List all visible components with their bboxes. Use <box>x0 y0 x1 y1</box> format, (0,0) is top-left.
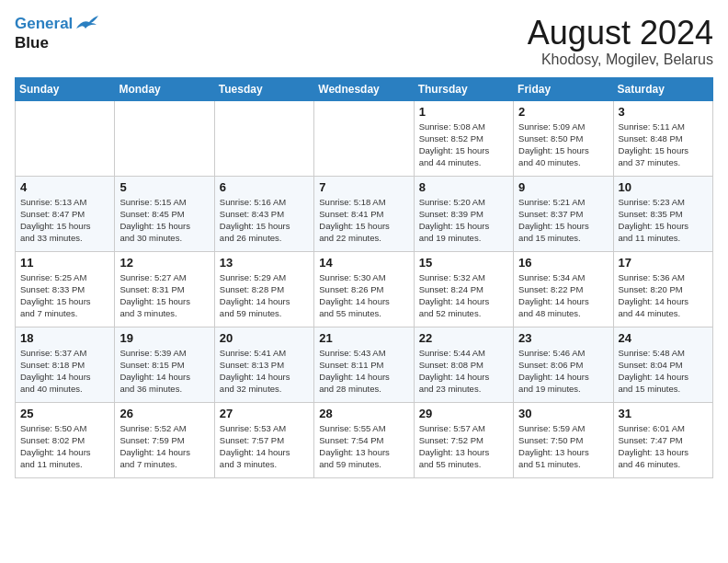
day-number: 8 <box>419 180 508 194</box>
day-number: 21 <box>319 331 408 345</box>
calendar-day-cell: 11Sunrise: 5:25 AMSunset: 8:33 PMDayligh… <box>16 251 115 327</box>
day-number: 3 <box>619 105 708 119</box>
calendar-day-cell: 12Sunrise: 5:27 AMSunset: 8:31 PMDayligh… <box>115 251 214 327</box>
day-number: 14 <box>319 256 408 270</box>
day-info: Sunrise: 5:57 AMSunset: 7:52 PMDaylight:… <box>419 422 508 471</box>
day-number: 24 <box>619 331 708 345</box>
day-info: Sunrise: 5:29 AMSunset: 8:28 PMDaylight:… <box>220 271 309 320</box>
day-info: Sunrise: 5:43 AMSunset: 8:11 PMDaylight:… <box>319 347 408 396</box>
day-info: Sunrise: 5:30 AMSunset: 8:26 PMDaylight:… <box>319 271 408 320</box>
calendar-day-cell: 10Sunrise: 5:23 AMSunset: 8:35 PMDayligh… <box>613 176 712 251</box>
calendar-header-row: SundayMondayTuesdayWednesdayThursdayFrid… <box>16 77 713 100</box>
day-info: Sunrise: 5:48 AMSunset: 8:04 PMDaylight:… <box>619 347 708 396</box>
calendar-day-cell: 5Sunrise: 5:15 AMSunset: 8:45 PMDaylight… <box>115 176 214 251</box>
day-number: 29 <box>419 407 508 420</box>
title-block: August 2024 Khodosy, Mogilev, Belarus <box>528 15 713 68</box>
day-number: 11 <box>20 256 109 270</box>
calendar-day-cell: 13Sunrise: 5:29 AMSunset: 8:28 PMDayligh… <box>214 251 313 327</box>
day-number: 9 <box>518 180 608 194</box>
logo-bird-icon <box>74 16 98 34</box>
calendar-subtitle: Khodosy, Mogilev, Belarus <box>528 52 713 68</box>
weekday-header-wednesday: Wednesday <box>314 77 414 100</box>
day-info: Sunrise: 5:16 AMSunset: 8:43 PMDaylight:… <box>220 196 309 245</box>
logo-general: General <box>15 15 73 32</box>
day-info: Sunrise: 5:55 AMSunset: 7:54 PMDaylight:… <box>319 422 408 471</box>
day-info: Sunrise: 5:15 AMSunset: 8:45 PMDaylight:… <box>119 196 209 245</box>
weekday-header-tuesday: Tuesday <box>214 77 313 100</box>
weekday-header-friday: Friday <box>514 77 613 100</box>
calendar-week-row: 18Sunrise: 5:37 AMSunset: 8:18 PMDayligh… <box>16 327 713 402</box>
day-info: Sunrise: 5:46 AMSunset: 8:06 PMDaylight:… <box>518 347 608 396</box>
calendar-day-cell: 14Sunrise: 5:30 AMSunset: 8:26 PMDayligh… <box>314 251 414 327</box>
calendar-day-cell: 18Sunrise: 5:37 AMSunset: 8:18 PMDayligh… <box>16 327 115 402</box>
calendar-day-cell: 2Sunrise: 5:09 AMSunset: 8:50 PMDaylight… <box>514 100 613 176</box>
calendar-day-cell: 25Sunrise: 5:50 AMSunset: 8:02 PMDayligh… <box>16 402 115 477</box>
calendar-day-cell: 16Sunrise: 5:34 AMSunset: 8:22 PMDayligh… <box>514 251 613 327</box>
day-number: 1 <box>419 105 508 119</box>
calendar-title: August 2024 <box>528 15 713 52</box>
day-info: Sunrise: 5:25 AMSunset: 8:33 PMDaylight:… <box>20 271 109 320</box>
day-info: Sunrise: 5:11 AMSunset: 8:48 PMDaylight:… <box>619 121 708 169</box>
day-number: 13 <box>220 256 309 270</box>
day-info: Sunrise: 5:13 AMSunset: 8:47 PMDaylight:… <box>20 196 109 245</box>
day-info: Sunrise: 5:52 AMSunset: 7:59 PMDaylight:… <box>119 422 209 471</box>
day-info: Sunrise: 5:36 AMSunset: 8:20 PMDaylight:… <box>619 271 708 320</box>
day-info: Sunrise: 5:59 AMSunset: 7:50 PMDaylight:… <box>518 422 608 471</box>
day-info: Sunrise: 5:41 AMSunset: 8:13 PMDaylight:… <box>220 347 309 396</box>
day-info: Sunrise: 5:34 AMSunset: 8:22 PMDaylight:… <box>518 271 608 320</box>
calendar-week-row: 1Sunrise: 5:08 AMSunset: 8:52 PMDaylight… <box>16 100 713 176</box>
day-number: 17 <box>619 256 708 270</box>
calendar-day-cell: 23Sunrise: 5:46 AMSunset: 8:06 PMDayligh… <box>514 327 613 402</box>
calendar-day-cell: 6Sunrise: 5:16 AMSunset: 8:43 PMDaylight… <box>214 176 313 251</box>
calendar-day-cell <box>16 100 115 176</box>
day-number: 28 <box>319 407 408 420</box>
day-info: Sunrise: 6:01 AMSunset: 7:47 PMDaylight:… <box>619 422 708 471</box>
day-number: 7 <box>319 180 408 194</box>
day-info: Sunrise: 5:37 AMSunset: 8:18 PMDaylight:… <box>20 347 109 396</box>
calendar-day-cell: 8Sunrise: 5:20 AMSunset: 8:39 PMDaylight… <box>414 176 513 251</box>
day-number: 4 <box>20 180 109 194</box>
day-number: 30 <box>518 407 608 420</box>
calendar-day-cell: 7Sunrise: 5:18 AMSunset: 8:41 PMDaylight… <box>314 176 414 251</box>
weekday-header-saturday: Saturday <box>613 77 712 100</box>
day-number: 31 <box>619 407 708 420</box>
calendar-day-cell: 17Sunrise: 5:36 AMSunset: 8:20 PMDayligh… <box>613 251 712 327</box>
calendar-day-cell: 1Sunrise: 5:08 AMSunset: 8:52 PMDaylight… <box>414 100 513 176</box>
calendar-day-cell: 30Sunrise: 5:59 AMSunset: 7:50 PMDayligh… <box>514 402 613 477</box>
day-info: Sunrise: 5:27 AMSunset: 8:31 PMDaylight:… <box>119 271 209 320</box>
day-number: 27 <box>220 407 309 420</box>
calendar-day-cell <box>214 100 313 176</box>
logo-text: General <box>15 15 98 34</box>
day-number: 19 <box>119 331 209 345</box>
day-info: Sunrise: 5:39 AMSunset: 8:15 PMDaylight:… <box>119 347 209 396</box>
day-number: 12 <box>119 256 209 270</box>
calendar-day-cell: 22Sunrise: 5:44 AMSunset: 8:08 PMDayligh… <box>414 327 513 402</box>
calendar-day-cell <box>115 100 214 176</box>
day-number: 22 <box>419 331 508 345</box>
calendar-day-cell: 21Sunrise: 5:43 AMSunset: 8:11 PMDayligh… <box>314 327 414 402</box>
calendar-day-cell: 31Sunrise: 6:01 AMSunset: 7:47 PMDayligh… <box>613 402 712 477</box>
calendar-day-cell: 15Sunrise: 5:32 AMSunset: 8:24 PMDayligh… <box>414 251 513 327</box>
calendar-day-cell: 19Sunrise: 5:39 AMSunset: 8:15 PMDayligh… <box>115 327 214 402</box>
day-number: 16 <box>518 256 608 270</box>
day-info: Sunrise: 5:50 AMSunset: 8:02 PMDaylight:… <box>20 422 109 471</box>
weekday-header-sunday: Sunday <box>16 77 115 100</box>
calendar-day-cell: 26Sunrise: 5:52 AMSunset: 7:59 PMDayligh… <box>115 402 214 477</box>
day-info: Sunrise: 5:32 AMSunset: 8:24 PMDaylight:… <box>419 271 508 320</box>
logo-blue: Blue <box>15 34 98 52</box>
calendar-day-cell: 29Sunrise: 5:57 AMSunset: 7:52 PMDayligh… <box>414 402 513 477</box>
calendar-day-cell: 20Sunrise: 5:41 AMSunset: 8:13 PMDayligh… <box>214 327 313 402</box>
calendar-day-cell <box>314 100 414 176</box>
day-info: Sunrise: 5:18 AMSunset: 8:41 PMDaylight:… <box>319 196 408 245</box>
weekday-header-monday: Monday <box>115 77 214 100</box>
day-number: 20 <box>220 331 309 345</box>
day-info: Sunrise: 5:08 AMSunset: 8:52 PMDaylight:… <box>419 121 508 169</box>
day-info: Sunrise: 5:09 AMSunset: 8:50 PMDaylight:… <box>518 121 608 169</box>
calendar-day-cell: 3Sunrise: 5:11 AMSunset: 8:48 PMDaylight… <box>613 100 712 176</box>
calendar-week-row: 4Sunrise: 5:13 AMSunset: 8:47 PMDaylight… <box>16 176 713 251</box>
calendar-week-row: 11Sunrise: 5:25 AMSunset: 8:33 PMDayligh… <box>16 251 713 327</box>
day-number: 23 <box>518 331 608 345</box>
calendar-day-cell: 28Sunrise: 5:55 AMSunset: 7:54 PMDayligh… <box>314 402 414 477</box>
calendar-day-cell: 24Sunrise: 5:48 AMSunset: 8:04 PMDayligh… <box>613 327 712 402</box>
day-info: Sunrise: 5:53 AMSunset: 7:57 PMDaylight:… <box>220 422 309 471</box>
